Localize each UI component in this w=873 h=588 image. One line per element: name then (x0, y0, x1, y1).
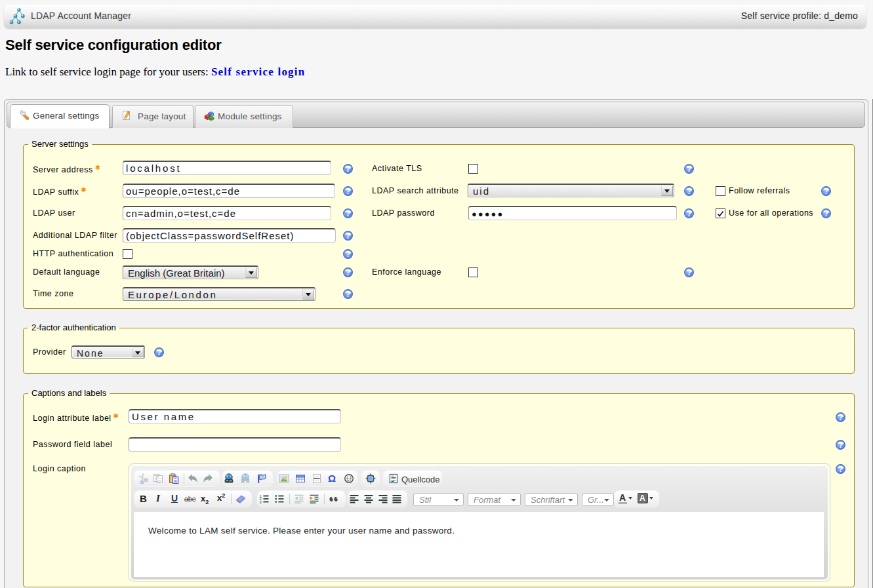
svg-text:3: 3 (260, 500, 262, 504)
